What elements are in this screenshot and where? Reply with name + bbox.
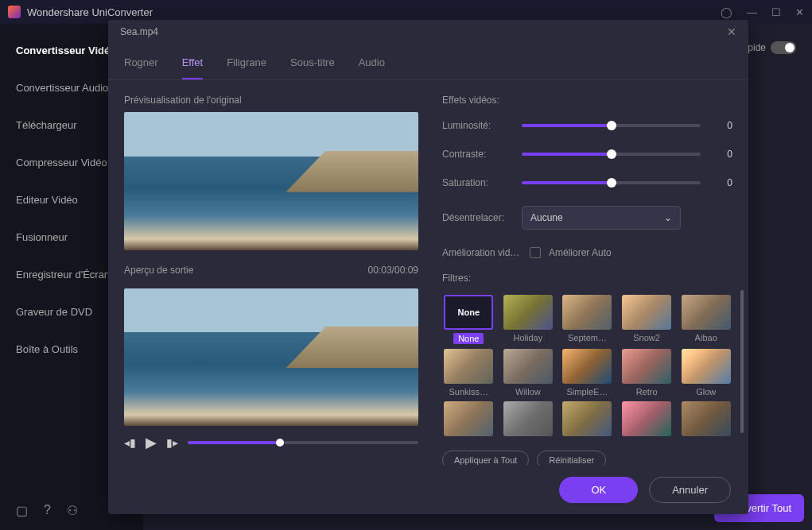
user-icon[interactable]: ⚇ [67, 503, 78, 518]
app-title: Wondershare UniConverter [27, 6, 153, 18]
maximize-icon[interactable]: ☐ [771, 6, 781, 18]
seek-bar[interactable] [188, 441, 418, 444]
enhance-label: Amélioration vid… [442, 247, 522, 258]
effects-column: Effets vidéos: Luminosité: 0 Contraste: … [442, 95, 732, 451]
chevron-down-icon: ⌄ [664, 212, 672, 223]
ok-button[interactable]: OK [559, 477, 638, 503]
prev-frame-icon[interactable]: ◂▮ [124, 436, 136, 449]
filter-glow[interactable]: Glow [679, 349, 732, 397]
filter-simplee[interactable]: SimpleE… [561, 349, 614, 397]
filter-holiday[interactable]: Holiday [502, 295, 555, 344]
brightness-label: Luminosité: [442, 120, 522, 131]
filter-retro[interactable]: Retro [620, 349, 674, 397]
preview-column: Prévisualisation de l'original Aperçu de… [124, 95, 418, 451]
brightness-slider[interactable] [522, 124, 701, 127]
contrast-slider[interactable] [522, 153, 701, 156]
modal-header: Sea.mp4 ✕ [108, 20, 748, 44]
filter-snow2[interactable]: Snow2 [620, 295, 674, 344]
deinterlace-label: Désentrelacer: [442, 212, 522, 223]
filter-september[interactable]: Septem… [561, 295, 614, 344]
contrast-label: Contraste: [442, 149, 522, 160]
output-preview-label: Aperçu de sortie [124, 265, 193, 276]
filters-grid: NoneNone Holiday Septem… Snow2 Aibao Sun… [442, 295, 732, 439]
brightness-row: Luminosité: 0 [442, 120, 732, 131]
tab-crop[interactable]: Rogner [124, 50, 158, 79]
saturation-slider[interactable] [522, 181, 701, 184]
contrast-row: Contraste: 0 [442, 149, 732, 160]
tab-effect[interactable]: Effet [182, 50, 204, 79]
close-window-icon[interactable]: ✕ [795, 6, 804, 18]
filter-13[interactable] [620, 401, 674, 439]
modal-footer: OK Annuler [108, 466, 748, 514]
filters-scrollbar[interactable] [740, 290, 744, 433]
playback-time: 00:03/00:09 [368, 265, 418, 282]
original-preview-label: Prévisualisation de l'original [124, 95, 418, 106]
close-icon[interactable]: ✕ [727, 25, 736, 38]
player-controls: ◂▮ ▶ ▮▸ [124, 434, 418, 451]
apply-all-button[interactable]: Appliquer à Tout [442, 451, 529, 466]
filter-14[interactable] [679, 401, 732, 439]
reset-button[interactable]: Réinitialiser [537, 451, 606, 466]
enhance-row: Amélioration vid… Améliorer Auto [442, 247, 732, 258]
filters-heading: Filtres: [442, 273, 732, 284]
book-icon[interactable]: ▢ [16, 503, 28, 518]
contrast-value: 0 [717, 149, 732, 160]
saturation-label: Saturation: [442, 177, 522, 188]
filter-aibao[interactable]: Aibao [679, 295, 732, 344]
enhance-auto-checkbox[interactable] [530, 247, 541, 258]
high-speed-toggle[interactable] [771, 41, 796, 54]
deinterlace-row: Désentrelacer: Aucune ⌄ [442, 206, 732, 230]
seek-thumb[interactable] [276, 439, 284, 447]
next-frame-icon[interactable]: ▮▸ [166, 436, 178, 449]
modal-tabs: Rogner Effet Filigrane Sous-titre Audio [108, 44, 748, 80]
original-preview [124, 112, 418, 250]
output-preview [124, 288, 418, 427]
tab-subtitle[interactable]: Sous-titre [290, 50, 335, 79]
tab-watermark[interactable]: Filigrane [227, 50, 266, 79]
filter-none[interactable]: NoneNone [442, 295, 495, 344]
modal-filename: Sea.mp4 [120, 26, 158, 37]
brightness-value: 0 [717, 120, 732, 131]
effect-modal: Sea.mp4 ✕ Rogner Effet Filigrane Sous-ti… [108, 20, 748, 514]
saturation-value: 0 [717, 177, 732, 188]
filter-willow[interactable]: Willow [502, 349, 555, 397]
deinterlace-select[interactable]: Aucune ⌄ [522, 206, 681, 230]
filter-10[interactable] [442, 401, 495, 439]
filter-sunkissed[interactable]: Sunkiss… [442, 349, 495, 397]
help-icon[interactable]: ? [44, 503, 51, 518]
saturation-row: Saturation: 0 [442, 177, 732, 188]
cancel-button[interactable]: Annuler [649, 477, 731, 503]
filter-actions: Appliquer à Tout Réinitialiser [442, 451, 732, 466]
filter-12[interactable] [561, 401, 614, 439]
app-logo-icon [8, 6, 21, 18]
effects-heading: Effets vidéos: [442, 95, 732, 106]
minimize-icon[interactable]: — [747, 6, 757, 18]
filter-11[interactable] [502, 401, 555, 439]
play-icon[interactable]: ▶ [146, 434, 157, 451]
window-controls: ◯ — ☐ ✕ [721, 6, 804, 18]
account-icon[interactable]: ◯ [721, 6, 732, 18]
enhance-auto-label: Améliorer Auto [549, 247, 612, 258]
tab-audio[interactable]: Audio [359, 50, 385, 79]
